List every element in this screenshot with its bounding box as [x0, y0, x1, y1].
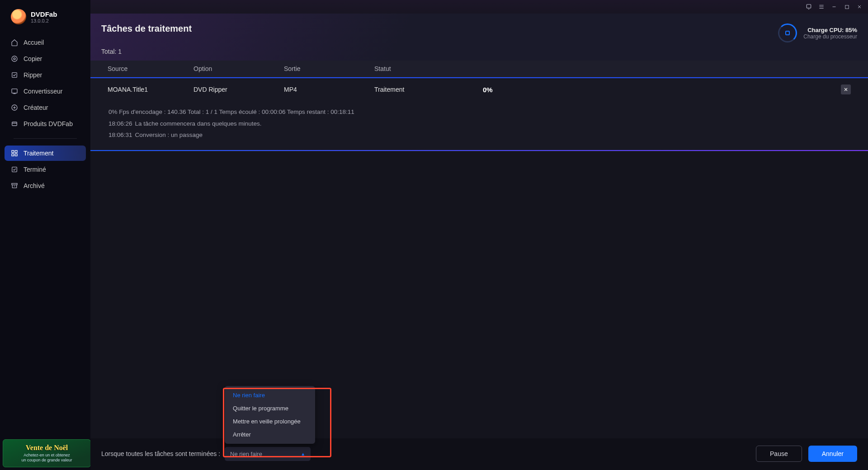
sidebar-item-produits[interactable]: Produits DVDFab — [5, 116, 86, 132]
promo-title: Vente de Noël — [26, 444, 68, 452]
sidebar-item-label: Créateur — [24, 104, 48, 111]
sidebar-divider — [14, 138, 77, 139]
main-panel: Tâches de traitement Charge CPU: 85% Cha… — [90, 0, 868, 470]
close-icon[interactable] — [856, 4, 863, 10]
task-status: Traitement — [374, 86, 483, 93]
ripper-icon — [11, 71, 18, 79]
products-icon — [11, 120, 18, 127]
task-log: 0% Fps d'encodage : 140.36 Total : 1 / 1… — [90, 101, 868, 151]
pause-button[interactable]: Pause — [756, 446, 802, 462]
cancel-button[interactable]: Annuler — [808, 446, 857, 462]
log-line: 18:06:31Conversion : un passage — [108, 129, 850, 141]
sidebar-item-label: Ripper — [24, 71, 42, 79]
sidebar-item-traitement[interactable]: Traitement — [5, 146, 86, 161]
sidebar-item-convertisseur[interactable]: Convertisseur — [5, 84, 86, 99]
sidebar-item-archive[interactable]: Archivé — [5, 178, 86, 193]
svg-rect-2 — [12, 73, 17, 78]
sidebar-item-accueil[interactable]: Accueil — [5, 35, 86, 50]
col-source: Source — [108, 65, 193, 72]
col-output: Sortie — [284, 65, 374, 72]
chevron-up-icon: ▲ — [301, 451, 305, 456]
dropdown-option[interactable]: Ne rien faire — [225, 389, 315, 402]
task-source: MOANA.Title1 — [108, 86, 193, 93]
task-close-button[interactable] — [841, 85, 851, 94]
cpu-ring-icon[interactable] — [778, 24, 797, 42]
sidebar-item-ripper[interactable]: Ripper — [5, 67, 86, 83]
done-icon — [11, 166, 18, 173]
col-option: Option — [193, 65, 284, 72]
sidebar-item-label: Archivé — [24, 182, 45, 189]
svg-rect-5 — [12, 122, 17, 126]
dropdown-option[interactable]: Mettre en veille prolongée — [225, 415, 315, 428]
archive-icon — [11, 182, 18, 189]
sidebar: DVDFab 13.0.0.2 Accueil Copier Ripper Co… — [0, 0, 90, 470]
sidebar-item-label: Produits DVDFab — [24, 120, 73, 127]
task-option: DVD Ripper — [193, 86, 284, 93]
sidebar-nav: Accueil Copier Ripper Convertisseur Créa… — [0, 33, 90, 196]
log-line: 18:06:26La tâche commencera dans quelque… — [108, 118, 850, 130]
dropdown-option[interactable]: Quitter le programme — [225, 402, 315, 415]
sidebar-item-label: Copier — [24, 55, 42, 62]
sidebar-item-label: Convertisseur — [24, 88, 62, 95]
svg-rect-8 — [12, 154, 14, 156]
svg-rect-3 — [12, 89, 17, 93]
create-icon — [11, 104, 18, 111]
sidebar-item-termine[interactable]: Terminé — [5, 162, 86, 177]
stop-icon — [785, 31, 790, 35]
cpu-load: Charge CPU: 85% — [803, 27, 857, 33]
brand-block: DVDFab 13.0.0.2 — [0, 5, 90, 33]
cpu-sub: Charge du processeur — [803, 33, 857, 40]
task-output: MP4 — [284, 86, 374, 93]
dropdown-menu: Ne rien faire Quitter le programme Mettr… — [225, 386, 315, 444]
brand-logo-icon — [11, 9, 26, 24]
svg-rect-6 — [12, 150, 14, 153]
home-icon — [11, 39, 18, 46]
svg-point-1 — [14, 58, 15, 60]
after-tasks-dropdown[interactable]: Ne rien faire Quitter le programme Mettr… — [225, 447, 311, 461]
footer-bar: Lorsque toutes les tâches sont terminées… — [90, 438, 868, 470]
notify-icon[interactable] — [806, 4, 812, 10]
window-controls — [90, 0, 868, 14]
task-row: MOANA.Title1 DVD Ripper MP4 Traitement 0… — [90, 77, 868, 151]
after-tasks-label: Lorsque toutes les tâches sont terminées… — [101, 450, 220, 457]
sidebar-item-label: Accueil — [24, 39, 44, 46]
table-header: Source Option Sortie Statut — [90, 61, 868, 77]
total-count: Total: 1 — [90, 46, 868, 61]
promo-subtitle: Achetez-en un et obtenez un coupon de gr… — [21, 453, 72, 463]
minimize-icon[interactable] — [831, 4, 837, 10]
dropdown-display[interactable]: Ne rien faire ▲ — [225, 447, 311, 461]
task-stats: 0% Fps d'encodage : 140.36 Total : 1 / 1… — [108, 106, 850, 118]
col-status: Statut — [374, 65, 483, 72]
page-title: Tâches de traitement — [101, 24, 192, 34]
sidebar-item-label: Traitement — [24, 150, 53, 157]
task-percent: 0% — [483, 86, 493, 94]
brand-name: DVDFab — [31, 10, 57, 18]
svg-rect-7 — [15, 150, 17, 153]
menu-icon[interactable] — [818, 4, 825, 10]
svg-point-0 — [12, 56, 17, 61]
svg-rect-12 — [807, 5, 811, 8]
dropdown-option[interactable]: Arrêter — [225, 428, 315, 441]
cpu-block: Charge CPU: 85% Charge du processeur — [778, 24, 857, 42]
svg-rect-11 — [12, 183, 17, 185]
promo-banner[interactable]: Vente de Noël Achetez-en un et obtenez u… — [3, 439, 91, 467]
sidebar-item-label: Terminé — [24, 166, 46, 173]
maximize-icon[interactable] — [844, 4, 850, 10]
sidebar-item-copier[interactable]: Copier — [5, 51, 86, 66]
svg-rect-10 — [12, 167, 17, 172]
disc-icon — [11, 55, 18, 62]
processing-icon — [11, 150, 18, 157]
brand-version: 13.0.0.2 — [31, 18, 57, 24]
sidebar-item-createur[interactable]: Créateur — [5, 100, 86, 115]
svg-rect-13 — [845, 5, 848, 8]
convert-icon — [11, 88, 18, 95]
svg-rect-9 — [15, 154, 17, 156]
